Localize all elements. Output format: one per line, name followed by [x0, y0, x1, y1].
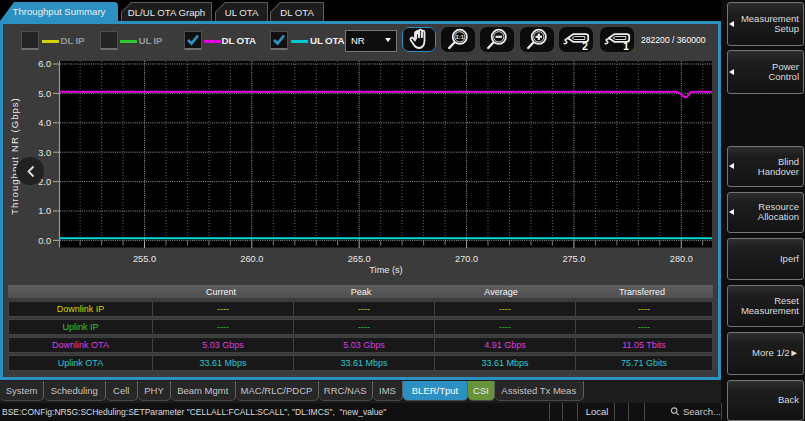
- svg-text:260.0: 260.0: [240, 254, 263, 264]
- svg-text:270.0: 270.0: [455, 254, 478, 264]
- svg-text:265.0: 265.0: [348, 254, 371, 264]
- svg-text:Time (s): Time (s): [369, 265, 402, 275]
- svg-text:1.0: 1.0: [38, 206, 51, 216]
- svg-text:4.0: 4.0: [38, 118, 51, 128]
- svg-text:3.0: 3.0: [38, 148, 51, 158]
- svg-text:Throughput NR (Gbps): Throughput NR (Gbps): [9, 97, 20, 215]
- svg-text:6.0: 6.0: [38, 59, 51, 69]
- svg-text:0.0: 0.0: [38, 236, 51, 246]
- svg-text:280.0: 280.0: [670, 254, 693, 264]
- svg-text:255.0: 255.0: [133, 254, 156, 264]
- svg-text:275.0: 275.0: [562, 254, 585, 264]
- svg-text:5.0: 5.0: [38, 89, 51, 99]
